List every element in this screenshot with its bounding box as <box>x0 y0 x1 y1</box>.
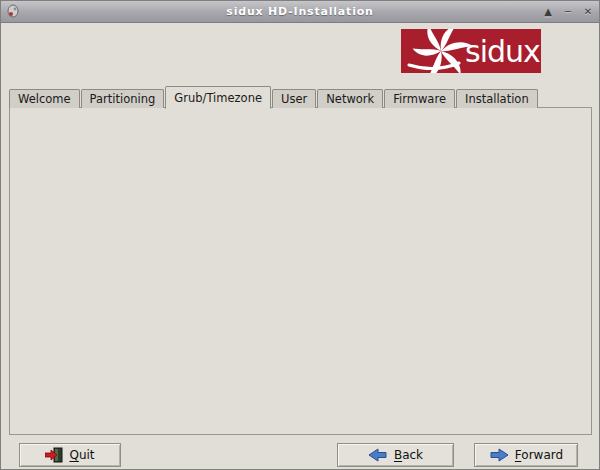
tab-firmware[interactable]: Firmware <box>384 89 455 108</box>
grub-timezone-page <box>9 107 592 435</box>
tab-installation[interactable]: Installation <box>456 89 538 108</box>
quit-exit-door-icon <box>45 447 63 463</box>
quit-label: Quit <box>69 448 94 462</box>
titlebar: sidux HD-Installation ▲ − ✕ <box>1 1 599 23</box>
tab-network[interactable]: Network <box>317 89 383 108</box>
tab-grub-timezone[interactable]: Grub/Timezone <box>165 86 271 109</box>
window-title: sidux HD-Installation <box>1 5 599 18</box>
sidux-logo: sidux <box>401 29 541 73</box>
tab-user[interactable]: User <box>272 89 316 108</box>
minimize-icon[interactable]: − <box>561 5 575 19</box>
tab-partitioning[interactable]: Partitioning <box>81 89 165 108</box>
tab-bar: Welcome Partitioning Grub/Timezone User … <box>9 85 539 108</box>
forward-label: Forward <box>515 448 563 462</box>
back-label: Back <box>394 448 423 462</box>
arrow-right-icon <box>489 448 509 462</box>
tab-welcome[interactable]: Welcome <box>9 89 80 108</box>
quit-button[interactable]: Quit <box>19 443 121 467</box>
svg-text:sidux: sidux <box>465 34 540 69</box>
installer-window: sidux HD-Installation ▲ − ✕ sidux Welcom… <box>0 0 600 470</box>
shade-icon[interactable]: ▲ <box>541 5 555 19</box>
forward-button[interactable]: Forward <box>474 443 578 467</box>
window-controls: ▲ − ✕ <box>541 1 595 23</box>
arrow-left-icon <box>368 448 388 462</box>
back-button[interactable]: Back <box>337 443 454 467</box>
close-icon[interactable]: ✕ <box>581 5 595 19</box>
